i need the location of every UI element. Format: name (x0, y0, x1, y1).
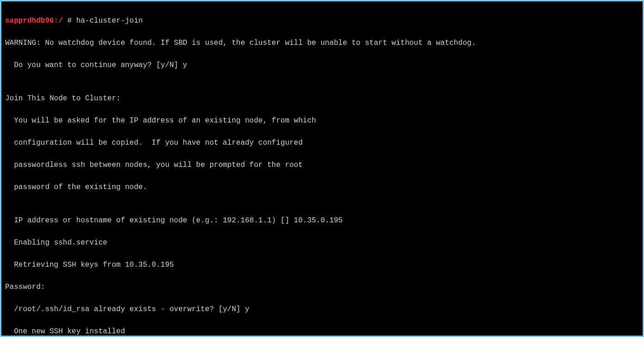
terminal-line: password of the existing node. (5, 182, 639, 193)
terminal-line: sapprdhdb96:/ # ha-cluster-join (5, 15, 639, 26)
terminal-line: IP address or hostname of existing node … (5, 215, 639, 226)
terminal-line: /root/.ssh/id_rsa already exists - overw… (5, 304, 639, 315)
terminal-line: WARNING: No watchdog device found. If SB… (5, 37, 639, 49)
shell-prompt-host: sapprdhdb96:/ (5, 17, 67, 25)
terminal-line: Enabling sshd.service (5, 237, 639, 248)
terminal-line: Join This Node to Cluster: (5, 93, 639, 104)
terminal-line: Do you want to continue anyway? [y/N] y (5, 60, 639, 71)
terminal-line: One new SSH key installed (5, 326, 639, 337)
shell-prompt-hash: # (67, 17, 76, 25)
terminal-line: Password: (5, 282, 639, 293)
terminal-line: configuration will be copied. If you hav… (5, 137, 639, 148)
terminal-line: passwordless ssh between nodes, you will… (5, 159, 639, 171)
terminal-line: Retrieving SSH keys from 10.35.0.195 (5, 259, 639, 270)
shell-command: ha-cluster-join (76, 17, 143, 25)
terminal-window[interactable]: sapprdhdb96:/ # ha-cluster-join WARNING:… (1, 1, 643, 336)
terminal-line: You will be asked for the IP address of … (5, 115, 639, 126)
